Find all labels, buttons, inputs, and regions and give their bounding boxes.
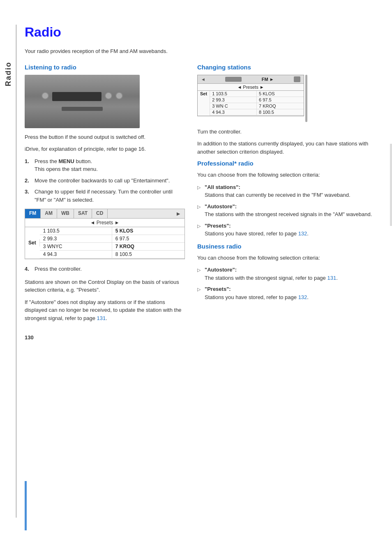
step-1-text: Press the MENU button. This opens the st…: [35, 157, 185, 173]
step-3: 3. Change to upper field if necessary. T…: [25, 188, 185, 204]
station-4: 4 94.3: [40, 251, 112, 258]
fm-set-label: Set: [25, 239, 40, 246]
radio-dial: [62, 107, 103, 111]
sm-station-2: 2 99.3: [210, 97, 257, 103]
step-1-num: 1.: [25, 157, 31, 173]
step-1: 1. Press the MENU button. This opens the…: [25, 157, 185, 173]
tab-am[interactable]: AM: [41, 209, 57, 218]
tab-fm[interactable]: FM: [25, 209, 41, 218]
station-1: 1 103.5: [40, 227, 112, 235]
link-132-bus[interactable]: 132: [298, 294, 307, 300]
bullet-arrow-3: ▷: [197, 223, 201, 238]
bullet-content-5: "Presets": Stations you have stored, ref…: [205, 285, 382, 301]
sm-station-6: 6 97.5: [257, 97, 304, 103]
body-text-2: iDrive, for explanation of principle, re…: [25, 145, 185, 153]
fm-widget-main: FM AM WB SAT CD ► ◄ Presets ► Set 1 103.…: [25, 209, 185, 259]
two-column-layout: Listening to radio Press the button if t…: [25, 64, 382, 341]
body-text-4: If "Autostore" does not display any stat…: [25, 298, 185, 322]
bullet-arrow-4: ▷: [197, 267, 201, 282]
main-content: Radio Your radio provides reception of t…: [25, 25, 382, 341]
fm-set-sm: Set: [198, 91, 210, 115]
bullet-autostore-bus: ▷ "Autostore": The stations with the str…: [197, 266, 382, 282]
radio-display: [52, 92, 101, 101]
station-5: 5 KLOS: [112, 227, 184, 235]
bullet-arrow-1: ▷: [197, 184, 201, 199]
bullet-title-3: "Presets":: [205, 223, 231, 229]
bullet-title-2: "Autostore":: [205, 203, 237, 210]
sidebar-text: Radio: [4, 62, 13, 86]
bullet-presets-bus: ▷ "Presets": Stations you have stored, r…: [197, 285, 382, 301]
radio-knob-2: [105, 92, 112, 99]
bullet-title-4: "Autostore":: [205, 267, 237, 273]
fm-set-row-sm: Set 1 103.5 5 KLOS 2 99.3 6 97.5 3 WN C …: [198, 91, 304, 116]
business-radio-heading: Business radio: [197, 243, 382, 250]
fm-battery-icon: [225, 77, 242, 82]
page-number: 130: [25, 334, 185, 341]
right-column: Changing stations ◄ FM ► ◄ Presets ► Set…: [197, 64, 382, 341]
fm-widget-right-wrap: ◄ FM ► ◄ Presets ► Set 1 103.5 5 KLOS 2 …: [197, 75, 304, 122]
business-radio-bullets: ▷ "Autostore": The stations with the str…: [197, 266, 382, 301]
station-6: 6 97.5: [112, 235, 184, 243]
bullet-content-4: "Autostore": The stations with the stron…: [205, 266, 382, 282]
changing-stations-body-2: In addition to the stations currently di…: [197, 140, 382, 156]
tab-wb[interactable]: WB: [57, 209, 74, 218]
link-132-pro[interactable]: 132: [298, 230, 307, 237]
step-4-list: 4. Press the controller.: [25, 265, 185, 273]
sm-station-8: 8 100.5: [257, 109, 304, 115]
scroll-bar-right: [305, 75, 307, 122]
step-3-num: 3.: [25, 188, 31, 204]
professional-radio-heading: Professional* radio: [197, 160, 382, 167]
step-4: 4. Press the controller.: [25, 265, 185, 273]
tab-sat[interactable]: SAT: [74, 209, 92, 218]
step-4-num: 4.: [25, 265, 31, 273]
steps-list: 1. Press the MENU button. This opens the…: [25, 157, 185, 204]
fm-label-sm: FM ►: [262, 77, 274, 82]
professional-radio-bullets: ▷ "All stations": Stations that can curr…: [197, 183, 382, 238]
fm-icon: ►: [172, 209, 184, 218]
sm-station-1: 1 103.5: [210, 91, 257, 97]
fm-set-row: Set 1 103.5 5 KLOS 2 99.3 6 97.5 3 WNYC …: [25, 227, 184, 259]
bullet-arrow-2: ▷: [197, 203, 201, 219]
radio-knob: [42, 92, 49, 99]
bullet-content-3: "Presets": Stations you have stored, ref…: [205, 222, 382, 238]
right-margin-bar: [390, 144, 392, 226]
bullet-content-1: "All stations": Stations that can curren…: [205, 183, 382, 199]
link-131-bus[interactable]: 131: [327, 275, 336, 281]
sidebar-label: Radio: [0, 33, 16, 115]
intro-text: Your radio provides reception of the FM …: [25, 47, 382, 55]
fm-settings-icon: [294, 76, 300, 82]
fm-tabs-row: FM AM WB SAT CD ►: [25, 209, 184, 219]
step-2-num: 2.: [25, 177, 31, 185]
step-3-text: Change to upper field if necessary. Turn…: [35, 188, 185, 204]
fm-stations-grid: 1 103.5 5 KLOS 2 99.3 6 97.5 3 WNYC 7 KR…: [40, 227, 184, 258]
bullet-title-5: "Presets":: [205, 286, 231, 292]
radio-controls-row: [42, 92, 123, 104]
fm-widget-right: ◄ FM ► ◄ Presets ► Set 1 103.5 5 KLOS 2 …: [197, 75, 304, 116]
tab-cd[interactable]: CD: [92, 209, 108, 218]
step-4-text: Press the controller.: [35, 265, 185, 273]
fm-presets-bar: ◄ Presets ►: [25, 219, 184, 227]
bullet-content-2: "Autostore": The stations with the stron…: [205, 203, 382, 219]
radio-knob-3: [115, 92, 123, 99]
fm-grid-sm: 1 103.5 5 KLOS 2 99.3 6 97.5 3 WN C 7 KR…: [210, 91, 304, 115]
fm-top-bar: ◄ FM ►: [198, 75, 304, 84]
radio-image: [25, 75, 140, 128]
step-2: 2. Move the controller backwards to call…: [25, 177, 185, 185]
menu-keyword: MENU: [59, 158, 74, 164]
body-text-3: Stations are shown on the Control Displa…: [25, 278, 185, 294]
sm-station-5: 5 KLOS: [257, 91, 304, 97]
station-3: 3 WNYC: [40, 243, 112, 251]
idrive-text: iDrive, for explanation of principle, re…: [25, 146, 146, 152]
station-2: 2 99.3: [40, 235, 112, 243]
business-radio-intro: You can choose from the following select…: [197, 254, 382, 262]
bullet-autostore-fm: ▷ "Autostore": The stations with the str…: [197, 203, 382, 219]
listening-to-radio-heading: Listening to radio: [25, 64, 185, 71]
fm-presets-sm: ◄ Presets ►: [198, 84, 304, 91]
step-2-text: Move the controller backwards to call up…: [35, 177, 185, 185]
link-131-left[interactable]: 131: [97, 315, 106, 321]
sidebar-border: [16, 25, 17, 518]
bullet-arrow-5: ▷: [197, 286, 201, 301]
changing-stations-body-1: Turn the controller.: [197, 128, 382, 136]
bullet-all-stations: ▷ "All stations": Stations that can curr…: [197, 183, 382, 199]
page-title: Radio: [25, 25, 382, 40]
